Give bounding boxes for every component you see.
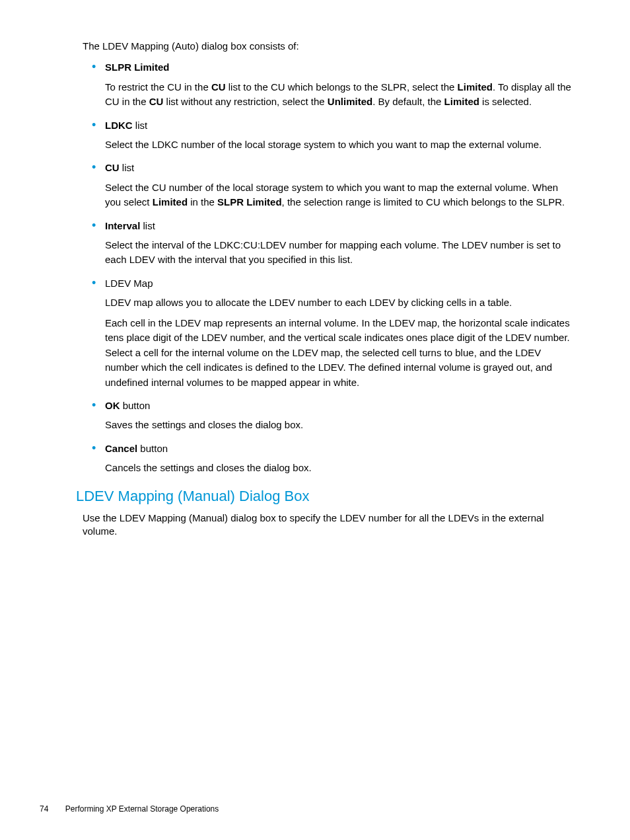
bold-text: CU bbox=[211, 81, 226, 93]
text: To restrict the CU in the bbox=[105, 81, 211, 93]
item-title: OK button bbox=[105, 399, 574, 412]
page-number: 74 bbox=[40, 804, 48, 814]
item-description: Select the LDKC number of the local stor… bbox=[105, 137, 574, 153]
text: . By default, the bbox=[372, 96, 444, 107]
intro-paragraph: The LDEV Mapping (Auto) dialog box consi… bbox=[83, 40, 574, 53]
bold-text: Unlimited bbox=[328, 96, 372, 107]
item-description: To restrict the CU in the CU list to the… bbox=[105, 80, 574, 110]
item-title-bold: Interval bbox=[105, 220, 140, 231]
item-description: LDEV map allows you to allocate the LDEV… bbox=[105, 295, 574, 311]
page-footer: 74 Performing XP External Storage Operat… bbox=[40, 804, 219, 814]
item-title-suffix: LDEV Map bbox=[105, 278, 153, 289]
text: Cancels the settings and closes the dial… bbox=[105, 462, 312, 473]
list-item: Cancel buttonCancels the settings and cl… bbox=[105, 442, 574, 476]
text: Select the interval of the LDKC:CU:LDEV … bbox=[105, 239, 561, 266]
item-title-suffix: button bbox=[120, 400, 151, 411]
text: list without any restriction, select the bbox=[163, 96, 327, 107]
section-paragraph: Use the LDEV Mapping (Manual) dialog box… bbox=[83, 512, 574, 539]
item-description: Cancels the settings and closes the dial… bbox=[105, 461, 574, 476]
text: , the selection range is limited to CU w… bbox=[282, 196, 565, 208]
item-title-suffix: list bbox=[120, 162, 135, 173]
list-item: OK buttonSaves the settings and closes t… bbox=[105, 399, 574, 433]
bold-text: SLPR Limited bbox=[217, 196, 282, 208]
text: in the bbox=[188, 196, 217, 208]
text: LDEV map allows you to allocate the LDEV… bbox=[105, 297, 512, 308]
item-title-suffix: button bbox=[137, 443, 168, 454]
bold-text: Limited bbox=[153, 196, 188, 208]
item-title-bold: CU bbox=[105, 162, 120, 173]
footer-title: Performing XP External Storage Operation… bbox=[65, 804, 219, 814]
list-item: CU listSelect the CU number of the local… bbox=[105, 161, 574, 210]
item-title-bold: LDKC bbox=[105, 120, 133, 131]
item-title-suffix: list bbox=[133, 120, 148, 131]
item-title-bold: Cancel bbox=[105, 443, 137, 454]
bold-text: CU bbox=[149, 96, 164, 107]
text: Select the LDKC number of the local stor… bbox=[105, 139, 542, 150]
list-item: LDEV MapLDEV map allows you to allocate … bbox=[105, 277, 574, 390]
item-title: LDEV Map bbox=[105, 277, 574, 290]
item-description: Select the CU number of the local storag… bbox=[105, 180, 574, 210]
item-title: SLPR Limited bbox=[105, 61, 574, 74]
list-item: Interval listSelect the interval of the … bbox=[105, 219, 574, 268]
bold-text: Limited bbox=[444, 96, 479, 107]
item-title: LDKC list bbox=[105, 119, 574, 132]
text: is selected. bbox=[479, 96, 532, 107]
list-item: SLPR LimitedTo restrict the CU in the CU… bbox=[105, 61, 574, 109]
item-title: CU list bbox=[105, 161, 574, 174]
item-description: Saves the settings and closes the dialog… bbox=[105, 418, 574, 433]
list-item: LDKC listSelect the LDKC number of the l… bbox=[105, 119, 574, 153]
text: list to the CU which belongs to the SLPR… bbox=[226, 81, 458, 93]
item-description-2: Each cell in the LDEV map represents an … bbox=[105, 316, 574, 391]
item-title-bold: OK bbox=[105, 400, 120, 411]
item-description: Select the interval of the LDKC:CU:LDEV … bbox=[105, 238, 574, 268]
item-title: Interval list bbox=[105, 219, 574, 233]
text: Each cell in the LDEV map represents an … bbox=[105, 317, 570, 388]
section-heading: LDEV Mapping (Manual) Dialog Box bbox=[76, 488, 574, 505]
item-title-suffix: list bbox=[140, 220, 155, 231]
page-content: The LDEV Mapping (Auto) dialog box consi… bbox=[40, 40, 590, 538]
text: Saves the settings and closes the dialog… bbox=[105, 419, 303, 430]
definition-list: SLPR LimitedTo restrict the CU in the CU… bbox=[83, 61, 574, 475]
item-title-bold: SLPR Limited bbox=[105, 61, 170, 73]
bold-text: Limited bbox=[458, 81, 493, 93]
item-title: Cancel button bbox=[105, 442, 574, 455]
